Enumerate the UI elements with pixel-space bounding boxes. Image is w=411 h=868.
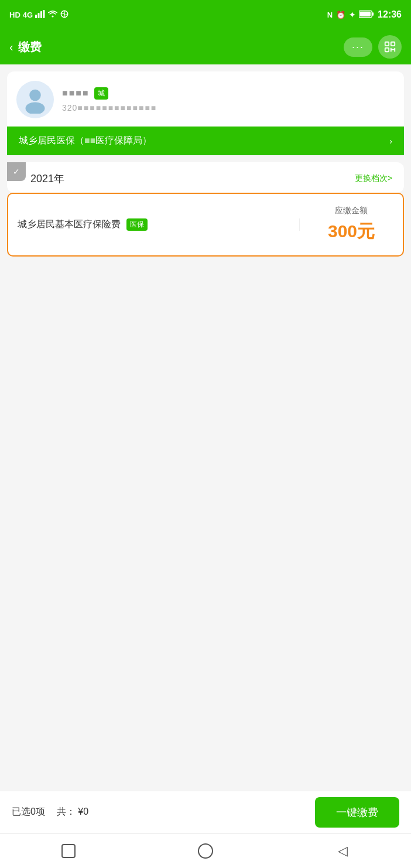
checkmark-badge — [7, 162, 26, 181]
year-text: 2021年 — [30, 172, 64, 186]
nav-bar: ‹ 缴费 ··· — [0, 29, 411, 64]
total-prefix: 共： — [57, 807, 76, 816]
svg-rect-3 — [43, 10, 45, 18]
status-time: 12:36 — [378, 9, 402, 20]
nav-square-button[interactable] — [51, 839, 86, 863]
svg-rect-0 — [35, 15, 37, 18]
bottom-bar: 已选0项 共： ¥0 一键缴费 — [0, 791, 411, 833]
svg-rect-12 — [391, 42, 395, 46]
vpn-icon — [60, 10, 69, 20]
bluetooth-icon: ✦ — [349, 11, 355, 19]
status-left-icons: HD 4G — [9, 10, 69, 20]
nav-back-button[interactable]: ‹ 缴费 — [9, 39, 42, 55]
square-icon — [61, 844, 76, 858]
circle-icon — [198, 843, 213, 859]
status-right-icons: N ⏰ ✦ 12:36 — [327, 9, 402, 20]
back-arrow-icon: ‹ — [9, 40, 13, 54]
svg-rect-9 — [359, 11, 371, 16]
nav-home-button[interactable] — [188, 839, 223, 863]
svg-point-17 — [26, 102, 45, 114]
nav-back-system-button[interactable]: ◁ — [325, 839, 360, 863]
amount-value: 300元 — [328, 220, 375, 244]
year-card: 2021年 更换档次> — [7, 162, 404, 193]
user-name: ■■■■ — [62, 88, 90, 98]
insurance-banner-arrow: › — [389, 136, 392, 146]
total-value: ¥0 — [78, 807, 88, 816]
network-icon: 4G — [23, 11, 33, 19]
triangle-back-icon: ◁ — [338, 843, 348, 859]
insurance-banner[interactable]: 城乡居民医保（■■医疗保障局） › — [7, 127, 404, 155]
user-card: ■■■■ 城 320■■■■■■■■■■■■■ — [7, 71, 404, 127]
nav-actions: ··· — [344, 35, 402, 59]
user-id: 320■■■■■■■■■■■■■ — [62, 103, 395, 112]
scan-button[interactable] — [378, 35, 402, 59]
svg-rect-2 — [40, 11, 42, 18]
change-level-button[interactable]: 更换档次> — [355, 173, 392, 184]
hd-icon: HD — [9, 11, 20, 19]
user-details: ■■■■ 城 320■■■■■■■■■■■■■ — [62, 87, 395, 112]
amount-label: 应缴金额 — [335, 206, 368, 216]
nfc-icon: N — [327, 11, 333, 19]
main-content — [0, 266, 411, 676]
selected-count: 已选0项 — [12, 806, 45, 818]
svg-rect-4 — [52, 15, 54, 17]
status-bar: HD 4G N ⏰ ✦ — [0, 0, 411, 29]
bottom-selected-info: 已选0项 共： ¥0 — [12, 806, 88, 818]
insurance-item-name: 城乡居民基本医疗保险费 — [18, 218, 121, 231]
signal-icon — [35, 10, 46, 20]
svg-rect-1 — [38, 13, 40, 18]
wifi-icon — [48, 10, 57, 20]
insurance-banner-text: 城乡居民医保（■■医疗保障局） — [19, 135, 152, 147]
more-options-button[interactable]: ··· — [344, 37, 372, 57]
insurance-item[interactable]: 城乡居民基本医疗保险费 医保 应缴金额 300元 — [7, 193, 404, 257]
insurance-item-left: 城乡居民基本医疗保险费 医保 — [18, 218, 300, 231]
total-amount: 共： ¥0 — [57, 806, 88, 818]
pay-button[interactable]: 一键缴费 — [315, 797, 399, 828]
svg-rect-11 — [385, 48, 389, 52]
system-nav-bar: ◁ — [0, 833, 411, 868]
nav-title: 缴费 — [18, 39, 42, 55]
svg-point-16 — [29, 90, 41, 101]
user-avatar — [16, 81, 54, 118]
svg-rect-8 — [372, 12, 374, 16]
yibao-badge: 医保 — [126, 218, 148, 231]
insurance-item-right: 应缴金额 300元 — [300, 206, 393, 244]
alarm-icon: ⏰ — [336, 11, 345, 19]
svg-rect-10 — [385, 42, 389, 46]
year-card-header: 2021年 更换档次> — [7, 162, 404, 193]
city-badge: 城 — [94, 87, 108, 100]
battery-icon — [359, 10, 374, 20]
